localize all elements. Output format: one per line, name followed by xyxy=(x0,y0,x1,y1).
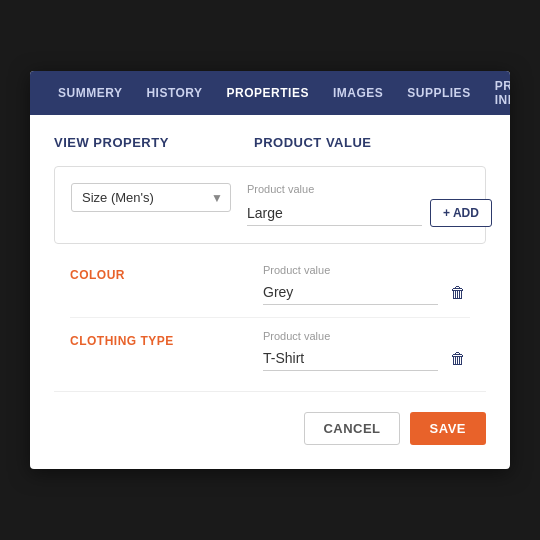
columns-header: VIEW PROPERTY PRODUCT VALUE xyxy=(54,135,486,150)
cancel-button[interactable]: CANCEL xyxy=(304,412,399,445)
footer-divider xyxy=(54,391,486,392)
size-value-row: + ADD xyxy=(247,199,492,227)
colour-property-row: COLOUR Product value 🗑 xyxy=(70,252,470,318)
colour-product-value-section: Product value 🗑 xyxy=(263,264,470,305)
product-value-header: PRODUCT VALUE xyxy=(254,135,486,150)
colour-label-wrapper: COLOUR xyxy=(70,264,263,282)
clothing-product-value-label: Product value xyxy=(263,330,470,342)
clothing-value-input[interactable] xyxy=(263,346,438,371)
size-value-input[interactable] xyxy=(247,201,422,226)
nav-images[interactable]: IMAGES xyxy=(321,71,395,115)
add-button[interactable]: + ADD xyxy=(430,199,492,227)
colour-label: COLOUR xyxy=(70,268,247,282)
nav-history[interactable]: HISTORY xyxy=(134,71,214,115)
size-property-row: Size (Men's) ▼ Product value + ADD xyxy=(71,183,469,227)
colour-value-row: 🗑 xyxy=(263,280,470,305)
colour-delete-icon[interactable]: 🗑 xyxy=(446,282,470,304)
size-product-value-label: Product value xyxy=(247,183,492,195)
properties-box: Size (Men's) ▼ Product value + ADD xyxy=(54,166,486,244)
size-product-value-section: Product value + ADD xyxy=(247,183,492,227)
nav-product-info[interactable]: PRODUCT INFO xyxy=(483,71,510,115)
standalone-rows: COLOUR Product value 🗑 CLOTHING TYPE Pro… xyxy=(54,252,486,383)
nav-properties[interactable]: PROPERTIES xyxy=(215,71,321,115)
clothing-value-row: 🗑 xyxy=(263,346,470,371)
view-property-header: VIEW PROPERTY xyxy=(54,135,254,150)
content-area: VIEW PROPERTY PRODUCT VALUE Size (Men's)… xyxy=(30,115,510,469)
size-select[interactable]: Size (Men's) xyxy=(71,183,231,212)
nav-supplies[interactable]: SUPPLIES xyxy=(395,71,482,115)
colour-value-input[interactable] xyxy=(263,280,438,305)
nav-summery[interactable]: SUMMERY xyxy=(46,71,134,115)
size-select-wrapper: Size (Men's) ▼ xyxy=(71,183,247,212)
clothing-delete-icon[interactable]: 🗑 xyxy=(446,348,470,370)
clothing-product-value-section: Product value 🗑 xyxy=(263,330,470,371)
clothing-label-wrapper: CLOTHING TYPE xyxy=(70,330,263,348)
clothing-label: CLOTHING TYPE xyxy=(70,334,247,348)
nav-bar: SUMMERY HISTORY PROPERTIES IMAGES SUPPLI… xyxy=(30,71,510,115)
save-button[interactable]: SAVE xyxy=(410,412,486,445)
clothing-property-row: CLOTHING TYPE Product value 🗑 xyxy=(70,318,470,383)
footer-actions: CANCEL SAVE xyxy=(54,408,486,445)
main-window: SUMMERY HISTORY PROPERTIES IMAGES SUPPLI… xyxy=(30,71,510,469)
colour-product-value-label: Product value xyxy=(263,264,470,276)
